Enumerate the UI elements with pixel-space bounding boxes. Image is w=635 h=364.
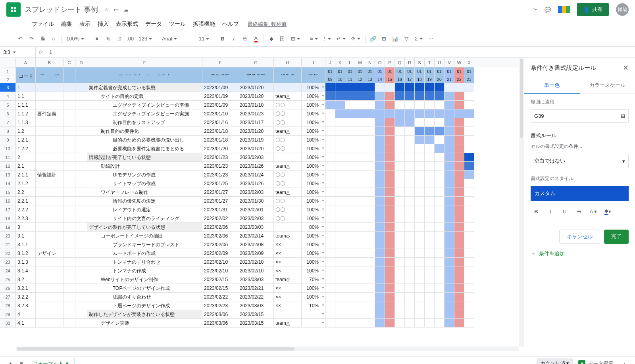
cell[interactable] bbox=[36, 275, 64, 284]
cell[interactable] bbox=[64, 275, 75, 284]
cell[interactable] bbox=[395, 293, 405, 301]
cell[interactable] bbox=[415, 319, 425, 328]
cell[interactable] bbox=[365, 310, 375, 319]
cell[interactable] bbox=[355, 310, 365, 319]
cell[interactable] bbox=[375, 109, 385, 118]
cell[interactable] bbox=[36, 301, 64, 310]
cell[interactable] bbox=[444, 310, 454, 319]
cell[interactable] bbox=[375, 92, 385, 101]
cell[interactable]: 2.1 bbox=[16, 162, 36, 171]
cell[interactable] bbox=[335, 214, 345, 223]
cell[interactable] bbox=[355, 284, 365, 293]
cell[interactable] bbox=[385, 197, 395, 205]
cell[interactable] bbox=[395, 319, 405, 328]
cell[interactable] bbox=[365, 109, 375, 118]
cell[interactable]: 2.1.2 bbox=[16, 179, 36, 188]
menu-表示[interactable]: 表示 bbox=[76, 19, 94, 29]
cell[interactable] bbox=[405, 214, 415, 223]
cell[interactable]: Webサイトのデザイン制作 bbox=[87, 275, 202, 284]
cell[interactable] bbox=[454, 284, 464, 293]
cell[interactable] bbox=[75, 162, 87, 171]
cell[interactable]: 01 bbox=[435, 67, 444, 75]
menu-ツール[interactable]: ツール bbox=[166, 19, 189, 29]
cell[interactable] bbox=[64, 258, 75, 266]
cell[interactable] bbox=[355, 266, 365, 275]
cell[interactable]: 01 bbox=[425, 67, 435, 75]
cell[interactable]: 01 bbox=[395, 67, 405, 75]
cell[interactable] bbox=[435, 232, 444, 240]
cell[interactable] bbox=[464, 310, 474, 319]
cell[interactable] bbox=[375, 232, 385, 240]
cell[interactable]: 2.1.1 bbox=[16, 171, 36, 179]
cell[interactable]: 100% bbox=[302, 118, 325, 127]
cell[interactable]: 2.2.1 bbox=[16, 197, 36, 205]
cell[interactable]: 2023/02/09 bbox=[202, 249, 238, 258]
cell[interactable] bbox=[335, 284, 345, 293]
row-header[interactable]: 11 bbox=[0, 153, 16, 162]
cell[interactable]: 2023/01/09 bbox=[202, 83, 238, 92]
cell[interactable]: 100% bbox=[302, 188, 325, 197]
cell[interactable] bbox=[415, 249, 425, 258]
cell[interactable]: 2023/01/17 bbox=[238, 118, 274, 127]
cell[interactable] bbox=[385, 275, 395, 284]
cell[interactable]: 2023/01/20 bbox=[238, 83, 274, 92]
cell[interactable] bbox=[345, 92, 355, 101]
cell[interactable] bbox=[75, 75, 87, 83]
cell[interactable] bbox=[395, 240, 405, 249]
cell[interactable] bbox=[425, 205, 435, 214]
formula-bar[interactable]: 1 bbox=[46, 49, 635, 55]
cell[interactable] bbox=[395, 205, 405, 214]
cell[interactable] bbox=[75, 223, 87, 232]
cell[interactable] bbox=[64, 118, 75, 127]
cell[interactable] bbox=[425, 301, 435, 310]
row-header[interactable]: 4 bbox=[0, 92, 16, 101]
cell[interactable] bbox=[454, 293, 464, 301]
cell[interactable] bbox=[444, 284, 454, 293]
cell[interactable] bbox=[64, 197, 75, 205]
cell[interactable] bbox=[464, 144, 474, 153]
cell[interactable] bbox=[405, 240, 415, 249]
cell[interactable] bbox=[345, 153, 355, 162]
cell[interactable]: 3.2.1 bbox=[16, 284, 36, 293]
cell[interactable]: 2023/03/03 bbox=[238, 223, 274, 232]
cell[interactable] bbox=[425, 223, 435, 232]
cell[interactable] bbox=[425, 136, 435, 144]
cell[interactable] bbox=[425, 214, 435, 223]
cell[interactable] bbox=[355, 153, 365, 162]
cell[interactable] bbox=[64, 205, 75, 214]
cell[interactable] bbox=[454, 205, 464, 214]
cell[interactable] bbox=[375, 101, 385, 109]
cell[interactable]: 18 bbox=[415, 75, 425, 83]
cell[interactable] bbox=[425, 162, 435, 171]
row-header[interactable]: 16 bbox=[0, 197, 16, 205]
cell[interactable] bbox=[464, 197, 474, 205]
cell[interactable] bbox=[435, 205, 444, 214]
cell[interactable]: 2023/01/26 bbox=[238, 162, 274, 171]
cell[interactable] bbox=[365, 136, 375, 144]
cell[interactable]: 01 bbox=[464, 67, 474, 75]
row-header[interactable]: 7 bbox=[0, 118, 16, 127]
cell[interactable]: サイトの目的の定義 bbox=[87, 92, 202, 101]
menu-ファイル[interactable]: ファイル bbox=[29, 19, 57, 29]
cell[interactable] bbox=[435, 118, 444, 127]
cell[interactable]: 01 bbox=[415, 67, 425, 75]
cell[interactable] bbox=[454, 319, 464, 328]
cell[interactable] bbox=[425, 232, 435, 240]
cell[interactable] bbox=[395, 266, 405, 275]
cell[interactable] bbox=[464, 214, 474, 223]
cell[interactable] bbox=[325, 319, 335, 328]
row-header[interactable]: 12 bbox=[0, 162, 16, 171]
cell[interactable]: 2023/02/01 bbox=[238, 205, 274, 214]
cell[interactable] bbox=[365, 153, 375, 162]
cell[interactable] bbox=[335, 118, 345, 127]
col-header[interactable]: T bbox=[425, 58, 435, 67]
cell[interactable] bbox=[395, 136, 405, 144]
cell[interactable]: デザイン実装 bbox=[87, 319, 202, 328]
cell[interactable] bbox=[365, 232, 375, 240]
halign-dropdown[interactable]: ≡ bbox=[308, 34, 320, 44]
cell[interactable] bbox=[415, 144, 425, 153]
cell[interactable] bbox=[365, 214, 375, 223]
cell[interactable]: 70% bbox=[302, 275, 325, 284]
cell[interactable] bbox=[302, 310, 325, 319]
cell[interactable] bbox=[335, 197, 345, 205]
